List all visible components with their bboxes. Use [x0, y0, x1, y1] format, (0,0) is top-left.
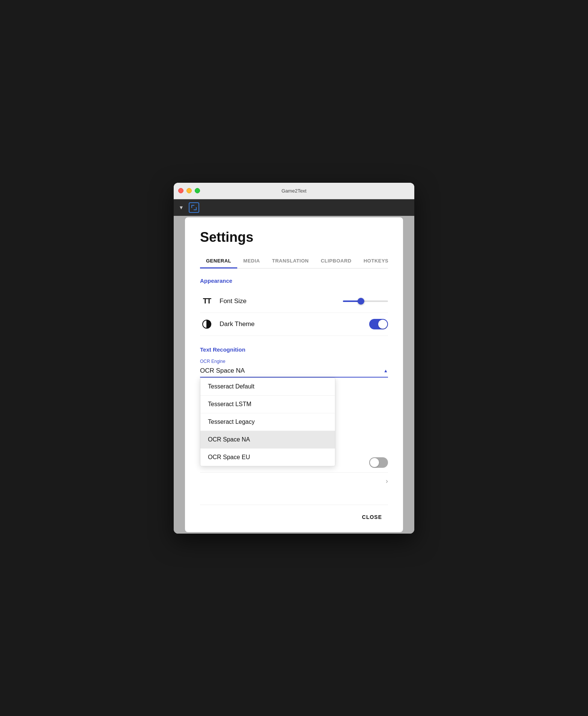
capture-icon	[191, 204, 197, 211]
ocr-option-ocr-space-eu[interactable]: OCR Space EU	[200, 449, 335, 466]
ocr-engine-selected-value: OCR Space NA	[200, 367, 245, 375]
font-size-row: TT Font Size	[200, 290, 388, 313]
window-controls	[178, 188, 200, 193]
tab-hotkeys[interactable]: HOTKEYS	[358, 254, 394, 268]
chevron-right-icon: ›	[386, 477, 388, 485]
chevron-up-icon: ▲	[383, 368, 388, 373]
extra-toggle-1[interactable]	[369, 457, 388, 468]
tab-clipboard[interactable]: CLIPBOARD	[315, 254, 358, 268]
capture-button[interactable]	[189, 202, 199, 213]
settings-dialog: Settings GENERAL MEDIA TRANSLATION CLIPB…	[185, 217, 403, 532]
main-window: Game2Text ▾ Settings GENERAL MEDIA TRANS…	[174, 183, 414, 534]
extra-toggle-knob-1	[370, 458, 379, 467]
tab-media[interactable]: MEDIA	[237, 254, 266, 268]
font-size-icon: TT	[200, 294, 214, 308]
ocr-engine-label: OCR Engine	[200, 359, 388, 364]
settings-tabs: GENERAL MEDIA TRANSLATION CLIPBOARD HOTK…	[200, 254, 388, 268]
maximize-window-button[interactable]	[195, 188, 200, 193]
ocr-option-tesseract-default[interactable]: Tesseract Default	[200, 378, 335, 396]
tab-general[interactable]: GENERAL	[200, 254, 237, 268]
dialog-footer: CLOSE	[200, 505, 388, 523]
dark-theme-row: Dark Theme	[200, 313, 388, 336]
ocr-engine-dropdown[interactable]: OCR Space NA ▲	[200, 365, 388, 378]
dark-theme-label: Dark Theme	[220, 320, 369, 328]
main-background: Settings GENERAL MEDIA TRANSLATION CLIPB…	[174, 216, 414, 534]
font-size-slider-container[interactable]	[343, 300, 388, 302]
ocr-option-ocr-space-na[interactable]: OCR Space NA	[200, 431, 335, 449]
close-window-button[interactable]	[178, 188, 183, 193]
ocr-option-tesseract-lstm[interactable]: Tesseract LSTM	[200, 396, 335, 413]
chevron-down-button[interactable]: ▾	[178, 202, 184, 212]
titlebar: Game2Text	[174, 183, 414, 199]
tab-translation[interactable]: TRANSLATION	[266, 254, 315, 268]
font-size-label: Font Size	[220, 297, 343, 305]
dark-theme-icon	[200, 317, 214, 331]
ocr-engine-menu: Tesseract Default Tesseract LSTM Tessera…	[200, 378, 335, 466]
appearance-section-label: Appearance	[200, 278, 388, 284]
settings-title: Settings	[200, 229, 388, 245]
minimize-window-button[interactable]	[186, 188, 192, 193]
toolbar: ▾	[174, 199, 414, 216]
font-size-slider-thumb[interactable]	[358, 298, 364, 305]
dark-theme-toggle-knob	[378, 320, 387, 329]
window-title: Game2Text	[282, 188, 306, 194]
dark-theme-toggle-container	[369, 319, 388, 329]
tt-icon: TT	[203, 297, 211, 305]
extra-setting-row-2: ›	[200, 473, 388, 490]
half-circle-svg	[202, 319, 212, 329]
dark-theme-toggle[interactable]	[369, 319, 388, 329]
close-button[interactable]: CLOSE	[356, 511, 388, 523]
text-recognition-section-label: Text Recognition	[200, 346, 388, 353]
ocr-option-tesseract-legacy[interactable]: Tesseract Legacy	[200, 413, 335, 431]
ocr-engine-container: OCR Engine OCR Space NA ▲ Tesseract Defa…	[200, 359, 388, 378]
font-size-slider-track[interactable]	[343, 300, 388, 302]
